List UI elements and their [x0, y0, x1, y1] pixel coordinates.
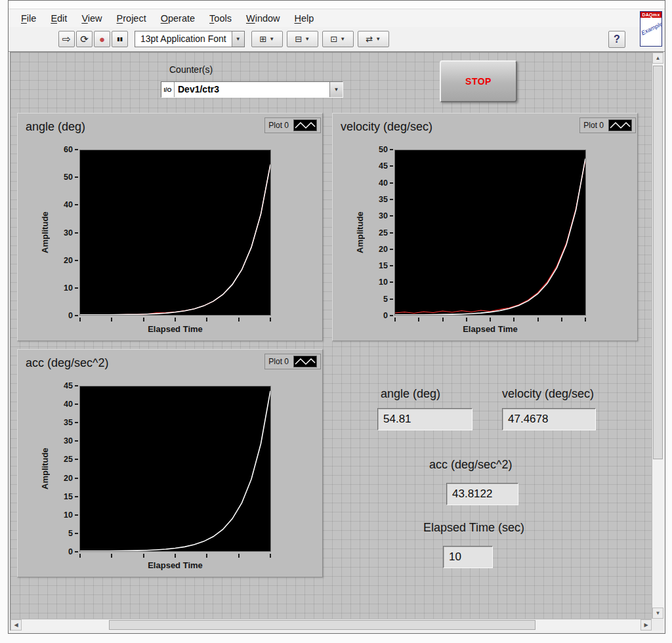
x-tick	[585, 318, 586, 322]
logo-daqmx-text: DAQmx	[640, 12, 662, 18]
vertical-scrollbar[interactable]: ▲ ▼	[652, 52, 663, 619]
menu-item-operate[interactable]: Operate	[154, 11, 202, 26]
x-tick	[111, 318, 112, 322]
vertical-scrollbar-thumb[interactable]	[653, 66, 663, 459]
y-tick: 25	[366, 228, 393, 238]
y-tick: 25	[51, 454, 78, 465]
menu-item-window[interactable]: Window	[239, 11, 287, 26]
indicator-label-elapsed-time: Elapsed Time (sec)	[423, 521, 524, 535]
counter-combo[interactable]: I/O Dev1/ctr3 ▼	[161, 81, 343, 98]
align-objects-icon: ⊞	[259, 34, 266, 44]
y-tick: 35	[51, 417, 78, 428]
reorder-dropdown[interactable]: ⇄ ▼	[358, 31, 389, 47]
chart-acc: acc (deg/sec^2) Plot 0 Amplitude 4540353…	[17, 349, 323, 577]
y-axis-ticks: 6050403020100	[51, 150, 78, 316]
x-tick	[206, 318, 207, 322]
x-axis-label: Elapsed Time	[394, 324, 586, 334]
run-icon: ⇨	[62, 34, 71, 45]
x-tick	[111, 554, 112, 558]
y-tick: 10	[51, 283, 78, 293]
y-tick: 45	[366, 161, 393, 171]
y-tick: 10	[51, 510, 78, 520]
waveform-icon	[293, 119, 317, 131]
x-tick	[561, 318, 562, 322]
stop-button[interactable]: STOP	[440, 60, 517, 102]
chevron-down-icon: ▼	[340, 36, 345, 42]
x-tick	[490, 318, 491, 322]
align-objects-dropdown[interactable]: ⊞ ▼	[251, 31, 283, 47]
scroll-up-button[interactable]: ▲	[652, 52, 663, 64]
y-tick: 30	[51, 228, 78, 238]
daqmx-example-logo: DAQmx Example	[640, 11, 662, 47]
horizontal-scrollbar-thumb[interactable]	[109, 620, 536, 630]
chart-title: velocity (deg/sec)	[341, 120, 432, 134]
menu-item-project[interactable]: Project	[110, 11, 154, 26]
menu-item-tools[interactable]: Tools	[202, 11, 239, 26]
menu-item-help[interactable]: Help	[287, 11, 322, 26]
legend-label: Plot 0	[268, 121, 289, 130]
font-selector[interactable]: 13pt Application Font ▼	[135, 31, 245, 47]
plot-legend[interactable]: Plot 0	[264, 117, 321, 133]
y-tick: 0	[366, 310, 393, 321]
abort-button[interactable]: ●	[94, 31, 110, 47]
distribute-objects-icon: ⊟	[295, 34, 302, 44]
x-tick	[175, 318, 176, 322]
help-button[interactable]: ?	[608, 31, 625, 48]
indicator-value-text: 43.8122	[452, 487, 492, 500]
plot-area	[79, 386, 271, 552]
help-icon: ?	[614, 33, 620, 45]
scroll-right-icon: ▶	[644, 622, 648, 628]
counter-label: Counter(s)	[169, 64, 213, 75]
menu-item-file[interactable]: File	[14, 11, 43, 26]
x-tick	[143, 554, 144, 558]
plot-area	[79, 150, 271, 316]
font-selector-dropdown-button[interactable]: ▼	[232, 31, 244, 47]
scroll-left-icon: ◀	[14, 622, 18, 628]
plot-legend[interactable]: Plot 0	[579, 117, 636, 133]
x-tick	[143, 318, 144, 322]
indicator-value-text: 10	[449, 550, 461, 563]
x-tick	[513, 318, 514, 322]
plot-legend[interactable]: Plot 0	[264, 354, 321, 369]
counter-value: Dev1/ctr3	[175, 82, 329, 97]
legend-label: Plot 0	[583, 121, 604, 130]
plot-area	[394, 150, 586, 316]
counter-dropdown-button[interactable]: ▼	[329, 82, 343, 97]
scroll-down-button[interactable]: ▼	[652, 608, 663, 619]
y-tick: 40	[366, 178, 393, 188]
y-tick: 30	[51, 436, 78, 446]
run-button[interactable]: ⇨	[58, 31, 75, 47]
abort-icon: ●	[99, 34, 105, 44]
y-tick: 50	[51, 172, 78, 182]
x-tick	[418, 318, 419, 322]
pause-icon: ▮▮	[117, 37, 123, 42]
menu-item-view[interactable]: View	[74, 11, 109, 26]
chevron-down-icon: ▼	[236, 36, 241, 42]
horizontal-scrollbar[interactable]: ◀ ▶	[10, 619, 652, 631]
indicator-value-acc: 43.8122	[446, 483, 518, 505]
x-tick	[466, 318, 467, 322]
indicator-label-angle: angle (deg)	[381, 387, 440, 401]
y-tick: 20	[51, 473, 78, 484]
chart-title: acc (deg/sec^2)	[26, 356, 109, 370]
menu-item-edit[interactable]: Edit	[43, 11, 74, 26]
y-tick: 50	[366, 144, 393, 155]
y-tick: 5	[366, 294, 393, 304]
indicator-label-velocity: velocity (deg/sec)	[502, 387, 594, 401]
chevron-down-icon: ▼	[334, 87, 339, 93]
y-tick: 0	[51, 547, 78, 557]
run-continuous-button[interactable]: ⟳	[76, 31, 93, 47]
chevron-down-icon: ▼	[375, 36, 381, 42]
scroll-left-button[interactable]: ◀	[10, 619, 22, 631]
y-tick: 45	[51, 381, 78, 391]
x-tick	[238, 554, 240, 558]
x-axis-label: Elapsed Time	[79, 324, 271, 334]
indicator-value-angle: 54.81	[377, 408, 472, 430]
scroll-right-button[interactable]: ▶	[640, 619, 652, 631]
distribute-objects-dropdown[interactable]: ⊟ ▼	[287, 31, 318, 47]
pause-button[interactable]: ▮▮	[112, 31, 128, 47]
y-axis-label: Amplitude	[40, 150, 51, 316]
chart-angle: angle (deg) Plot 0 Amplitude 60504030201…	[17, 113, 323, 341]
resize-objects-dropdown[interactable]: ⊡ ▼	[322, 31, 354, 47]
x-tick	[238, 318, 240, 322]
